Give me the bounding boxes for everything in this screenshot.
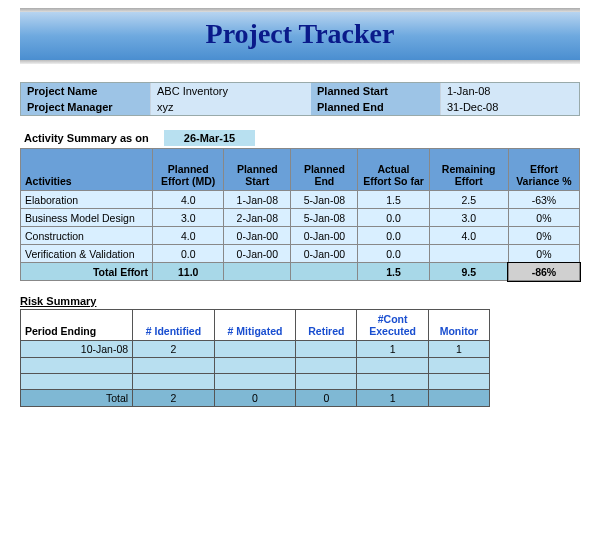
- risk-monitor: 1: [428, 341, 489, 358]
- empty-cell: [133, 358, 215, 374]
- bottom-divider: [20, 60, 580, 64]
- col-mitigated: # Mitigated: [214, 310, 296, 341]
- col-retired: Retired: [296, 310, 357, 341]
- total-planned-end: [291, 263, 358, 281]
- activity-body: Elaboration4.01-Jan-085-Jan-081.52.5-63%…: [21, 191, 580, 263]
- risk-total-row: Total 2 0 0 1: [21, 390, 490, 407]
- activity-summary-header: Activity Summary as on 26-Mar-15: [20, 130, 580, 146]
- activity-remaining: 2.5: [429, 191, 508, 209]
- col-identified: # Identified: [133, 310, 215, 341]
- risk-total-cont: 1: [357, 390, 428, 407]
- activity-planned-start: 2-Jan-08: [224, 209, 291, 227]
- activity-planned-end: 0-Jan-00: [291, 245, 358, 263]
- activity-planned-effort: 3.0: [153, 209, 224, 227]
- planned-start-value: 1-Jan-08: [441, 83, 579, 99]
- col-period: Period Ending: [21, 310, 133, 341]
- col-remaining: Remaining Effort: [429, 149, 508, 191]
- activity-row: Business Model Design3.02-Jan-085-Jan-08…: [21, 209, 580, 227]
- activity-planned-end: 0-Jan-00: [291, 227, 358, 245]
- activity-planned-effort: 0.0: [153, 245, 224, 263]
- planned-end-label: Planned End: [311, 99, 441, 115]
- activity-summary-date: 26-Mar-15: [164, 130, 255, 146]
- activity-actual: 0.0: [358, 227, 429, 245]
- activity-header-row: Activities Planned Effort (MD) Planned S…: [21, 149, 580, 191]
- empty-cell: [428, 358, 489, 374]
- activity-actual: 0.0: [358, 245, 429, 263]
- activity-table: Activities Planned Effort (MD) Planned S…: [20, 148, 580, 281]
- empty-cell: [428, 374, 489, 390]
- col-actual-effort: Actual Effort So far: [358, 149, 429, 191]
- risk-period: 10-Jan-08: [21, 341, 133, 358]
- col-monitor: Monitor: [428, 310, 489, 341]
- project-manager-label: Project Manager: [21, 99, 151, 115]
- empty-cell: [296, 358, 357, 374]
- empty-cell: [357, 358, 428, 374]
- empty-cell: [133, 374, 215, 390]
- activity-planned-effort: 4.0: [153, 227, 224, 245]
- activity-planned-end: 5-Jan-08: [291, 191, 358, 209]
- project-name-label: Project Name: [21, 83, 151, 99]
- col-cont: #Cont Executed: [357, 310, 428, 341]
- risk-total-mitigated: 0: [214, 390, 296, 407]
- empty-cell: [21, 358, 133, 374]
- activity-row: Construction4.00-Jan-000-Jan-000.04.00%: [21, 227, 580, 245]
- empty-cell: [214, 358, 296, 374]
- risk-summary-header: Risk Summary: [20, 295, 580, 307]
- risk-table: Period Ending # Identified # Mitigated R…: [20, 309, 490, 407]
- project-info-box: Project Name ABC Inventory Planned Start…: [20, 82, 580, 116]
- project-manager-value: xyz: [151, 99, 311, 115]
- project-name-value: ABC Inventory: [151, 83, 311, 99]
- risk-empty-row: [21, 374, 490, 390]
- activity-remaining: 3.0: [429, 209, 508, 227]
- col-variance: Effort Variance %: [508, 149, 579, 191]
- activity-name: Construction: [21, 227, 153, 245]
- activity-actual: 0.0: [358, 209, 429, 227]
- total-planned-effort: 11.0: [153, 263, 224, 281]
- empty-cell: [296, 374, 357, 390]
- planned-end-value: 31-Dec-08: [441, 99, 579, 115]
- activity-summary-label: Activity Summary as on: [20, 130, 153, 146]
- activity-planned-start: 1-Jan-08: [224, 191, 291, 209]
- risk-cont: 1: [357, 341, 428, 358]
- activity-planned-end: 5-Jan-08: [291, 209, 358, 227]
- risk-empty-row: [21, 358, 490, 374]
- total-variance: -86%: [508, 263, 579, 281]
- total-actual: 1.5: [358, 263, 429, 281]
- activity-name: Verification & Validation: [21, 245, 153, 263]
- activity-remaining: [429, 245, 508, 263]
- col-planned-end: Planned End: [291, 149, 358, 191]
- risk-total-monitor: [428, 390, 489, 407]
- total-remaining: 9.5: [429, 263, 508, 281]
- activity-planned-start: 0-Jan-00: [224, 245, 291, 263]
- activity-variance: 0%: [508, 227, 579, 245]
- activity-total-row: Total Effort 11.0 1.5 9.5 -86%: [21, 263, 580, 281]
- activity-variance: -63%: [508, 191, 579, 209]
- activity-name: Business Model Design: [21, 209, 153, 227]
- activity-remaining: 4.0: [429, 227, 508, 245]
- empty-cell: [214, 374, 296, 390]
- activity-planned-start: 0-Jan-00: [224, 227, 291, 245]
- risk-body: 10-Jan-08211: [21, 341, 490, 390]
- risk-total-label: Total: [21, 390, 133, 407]
- total-planned-start: [224, 263, 291, 281]
- activity-variance: 0%: [508, 245, 579, 263]
- empty-cell: [357, 374, 428, 390]
- total-label: Total Effort: [21, 263, 153, 281]
- risk-total-identified: 2: [133, 390, 215, 407]
- empty-cell: [21, 374, 133, 390]
- col-activities: Activities: [21, 149, 153, 191]
- activity-name: Elaboration: [21, 191, 153, 209]
- title-band: Project Tracker: [20, 12, 580, 60]
- risk-retired: [296, 341, 357, 358]
- risk-header-row: Period Ending # Identified # Mitigated R…: [21, 310, 490, 341]
- activity-planned-effort: 4.0: [153, 191, 224, 209]
- planned-start-label: Planned Start: [311, 83, 441, 99]
- activity-actual: 1.5: [358, 191, 429, 209]
- risk-mitigated: [214, 341, 296, 358]
- activity-variance: 0%: [508, 209, 579, 227]
- risk-identified: 2: [133, 341, 215, 358]
- col-planned-start: Planned Start: [224, 149, 291, 191]
- activity-row: Elaboration4.01-Jan-085-Jan-081.52.5-63%: [21, 191, 580, 209]
- risk-total-retired: 0: [296, 390, 357, 407]
- activity-row: Verification & Validation0.00-Jan-000-Ja…: [21, 245, 580, 263]
